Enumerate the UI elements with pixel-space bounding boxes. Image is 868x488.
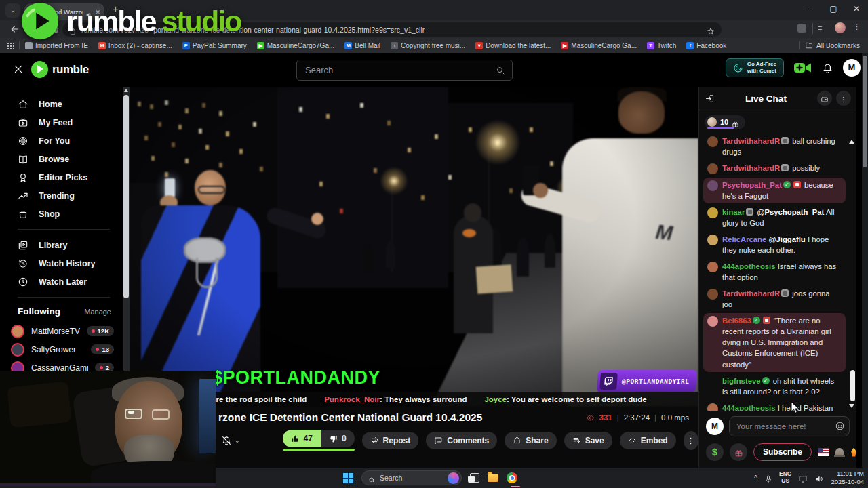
window-maximize-button[interactable]: ▢ — [822, 0, 845, 19]
rumble-logo[interactable]: rumble — [31, 61, 89, 78]
user-avatar[interactable]: M — [843, 59, 861, 77]
following-channel[interactable]: SaltyGrower 13 — [0, 340, 122, 359]
gifted-subs-pill[interactable]: 10 — [705, 115, 745, 129]
chat-user-avatar[interactable]: M — [706, 418, 724, 435]
sidebar-item[interactable]: For You — [0, 131, 122, 150]
home-icon[interactable] — [49, 24, 60, 35]
clock[interactable]: 11:01 PM2025-10-04 — [831, 470, 864, 486]
bookmark-item[interactable]: ▶ MasculineCargo7Ga... — [257, 42, 335, 49]
sidebar-item[interactable]: Shop — [0, 205, 122, 223]
new-tab-button[interactable]: + — [113, 3, 119, 14]
tray-expand-caret[interactable]: ^ — [754, 474, 757, 482]
tab-audio-icon[interactable] — [85, 9, 92, 16]
bookmark-item[interactable]: ♪ Copyright free musi... — [391, 42, 465, 49]
search-icon[interactable] — [496, 66, 505, 75]
action-button[interactable]: Share — [505, 432, 556, 449]
chat-menu-button[interactable] — [836, 91, 851, 106]
bookmark-item[interactable]: M Inbox (2) - captinse... — [98, 42, 172, 49]
chrome-icon[interactable] — [507, 472, 517, 483]
tab-search-chevron-button[interactable]: ⌄ — [5, 3, 20, 18]
tab-close-icon[interactable]: ✕ — [95, 9, 100, 16]
chat-username[interactable]: TardwithahardR — [722, 137, 780, 145]
subscribe-button[interactable]: Subscribe — [753, 443, 812, 461]
bookmark-item[interactable]: Imported From IE — [25, 42, 88, 49]
scrollbar-up-arrow[interactable] — [124, 89, 128, 92]
chat-username[interactable]: 444apotheosis — [722, 262, 775, 270]
task-view-icon[interactable] — [470, 473, 479, 483]
back-icon[interactable] — [9, 24, 20, 35]
chat-scrollbar-thumb[interactable] — [850, 370, 855, 401]
file-explorer-icon[interactable] — [488, 474, 498, 482]
all-bookmarks[interactable]: All Bookmarks — [799, 41, 868, 49]
chat-messages[interactable]: TardwithahardR ball crushing drugs Tardw… — [699, 132, 856, 411]
chat-scroll-down-arrow[interactable] — [849, 404, 854, 408]
extension-icon[interactable] — [797, 24, 806, 33]
action-button[interactable]: Save — [564, 432, 612, 449]
page-info-icon[interactable] — [69, 26, 77, 33]
sidebar-item[interactable]: Home — [0, 95, 122, 113]
sidebar-item[interactable]: Browse — [0, 150, 122, 168]
following-channel[interactable]: MattMorseTV 12K — [0, 322, 122, 340]
page-scrollbar-thumb[interactable] — [863, 56, 867, 167]
bookmark-star-icon[interactable] — [707, 26, 715, 34]
close-menu-icon[interactable] — [13, 64, 24, 75]
chat-username[interactable]: TardwithahardR — [722, 289, 780, 298]
chat-username[interactable]: RelicArcane — [722, 235, 766, 243]
more-options-button[interactable] — [684, 431, 698, 450]
chat-username[interactable]: 444apotheosis — [722, 404, 775, 411]
bookmark-item[interactable]: f Facebook — [686, 42, 726, 49]
gravestone-emoji[interactable] — [835, 448, 844, 457]
chat-message-input[interactable] — [729, 416, 850, 436]
speaker-icon[interactable] — [814, 474, 824, 483]
start-button-icon[interactable] — [343, 473, 353, 483]
rant-dollar-button[interactable]: $ — [706, 443, 724, 461]
bookmark-item[interactable]: T Twitch — [647, 42, 676, 49]
chat-username[interactable]: bigfnsteve — [722, 377, 761, 385]
action-button[interactable]: Embed — [620, 432, 676, 449]
bookmark-item[interactable]: ▶ MasculineCargo Ga... — [561, 42, 637, 49]
browser-profile-avatar[interactable] — [835, 22, 846, 33]
emoji-picker-icon[interactable] — [835, 421, 845, 431]
tab-groups-icon[interactable]: ≡ — [818, 24, 822, 33]
taskbar-search[interactable]: Search — [361, 470, 462, 485]
gift-sub-button[interactable] — [730, 443, 747, 461]
display-cast-icon[interactable] — [798, 474, 808, 483]
sidebar-item[interactable]: Watch History — [0, 254, 122, 272]
language-indicator[interactable]: ENGUS — [779, 471, 791, 485]
sidebar-item[interactable]: Trending — [0, 186, 122, 205]
action-button[interactable]: Comments — [426, 432, 497, 449]
scrollbar-thumb[interactable] — [123, 95, 129, 298]
campfire-emoji[interactable] — [850, 448, 858, 457]
chat-username[interactable]: kinaar — [722, 208, 745, 216]
apps-grid-icon[interactable] — [7, 42, 14, 49]
chat-username[interactable]: Psychopath_Pat — [722, 181, 782, 189]
bookmark-item[interactable]: P PayPal: Summary — [182, 42, 247, 49]
chat-username[interactable]: Bel6863 — [722, 317, 751, 325]
url-bar[interactable]: rumble.com/v6zvmzo--portland-warzone-ice… — [62, 22, 722, 37]
window-close-button[interactable]: ✕ — [845, 0, 868, 19]
chat-popout-icon[interactable] — [705, 94, 715, 104]
sidebar-item[interactable]: Watch Later — [0, 272, 122, 291]
manage-link[interactable]: Manage — [84, 308, 111, 316]
chat-scroll-up-arrow[interactable] — [849, 140, 854, 144]
microphone-icon[interactable] — [764, 474, 772, 482]
sidebar-item[interactable]: Editor Picks — [0, 168, 122, 186]
sidebar-item[interactable]: Library — [0, 236, 122, 254]
chat-theater-button[interactable] — [817, 91, 832, 106]
sidebar-item[interactable]: My Feed — [0, 113, 122, 131]
notifications-muted-button[interactable]: ⌄ — [221, 435, 240, 446]
upload-camera-icon[interactable] — [793, 61, 812, 75]
bookmark-item[interactable]: ▼ Download the latest... — [475, 42, 551, 49]
action-button[interactable]: Repost — [362, 432, 419, 449]
url-text[interactable]: rumble.com/v6zvmzo--portland-warzone-ice… — [81, 26, 702, 34]
window-minimize-button[interactable]: – — [799, 0, 822, 19]
us-flag-emoji[interactable] — [818, 448, 829, 456]
video-player[interactable]: M $PORTLANDANDY @PORTLANDANDYIRL bby_Eug… — [130, 87, 698, 407]
dislike-button[interactable]: 0 — [321, 430, 355, 447]
go-ad-free-button[interactable]: Go Ad-Freewith Comet — [726, 58, 784, 77]
search-input[interactable] — [304, 64, 496, 76]
site-search[interactable] — [296, 60, 513, 81]
notifications-bell-icon[interactable] — [822, 62, 833, 74]
browser-menu-icon[interactable]: ⋮ — [853, 22, 861, 31]
browser-tab[interactable]: ♪ Portland Warzone ICE D ✕ — [24, 3, 104, 20]
